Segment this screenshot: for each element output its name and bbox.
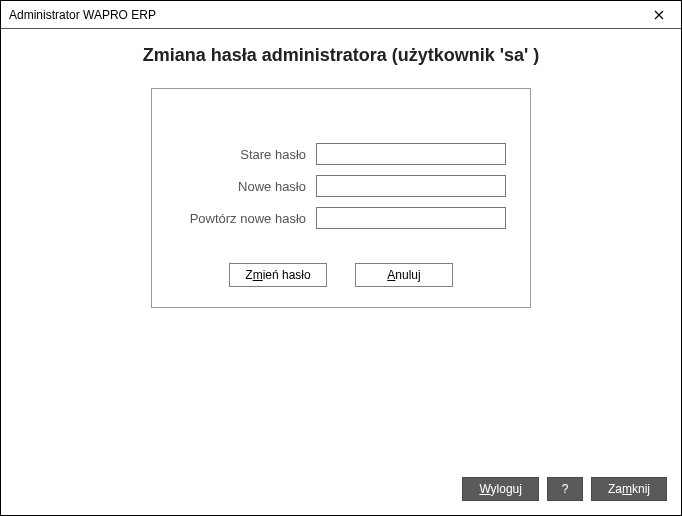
cancel-button[interactable]: Anuluj xyxy=(355,263,453,287)
page-title: Zmiana hasła administratora (użytkownik … xyxy=(19,45,663,66)
help-button[interactable]: ? xyxy=(547,477,583,501)
titlebar: Administrator WAPRO ERP xyxy=(1,1,681,29)
repeat-password-row: Powtórz nowe hasło xyxy=(176,207,506,229)
new-password-row: Nowe hasło xyxy=(176,175,506,197)
content-area: Zmiana hasła administratora (użytkownik … xyxy=(1,29,681,308)
change-password-button[interactable]: Zmień hasło xyxy=(229,263,327,287)
password-panel: Stare hasło Nowe hasło Powtórz nowe hasł… xyxy=(151,88,531,308)
panel-button-row: Zmień hasło Anuluj xyxy=(176,263,506,287)
close-icon[interactable] xyxy=(643,4,675,26)
old-password-input[interactable] xyxy=(316,143,506,165)
logout-button[interactable]: Wyloguj xyxy=(462,477,539,501)
new-password-input[interactable] xyxy=(316,175,506,197)
old-password-row: Stare hasło xyxy=(176,143,506,165)
new-password-label: Nowe hasło xyxy=(176,179,316,194)
repeat-password-label: Powtórz nowe hasło xyxy=(176,211,316,226)
app-window: Administrator WAPRO ERP Zmiana hasła adm… xyxy=(0,0,682,516)
repeat-password-input[interactable] xyxy=(316,207,506,229)
footer-buttons: Wyloguj ? Zamknij xyxy=(462,477,667,501)
old-password-label: Stare hasło xyxy=(176,147,316,162)
window-title: Administrator WAPRO ERP xyxy=(9,8,156,22)
close-button[interactable]: Zamknij xyxy=(591,477,667,501)
